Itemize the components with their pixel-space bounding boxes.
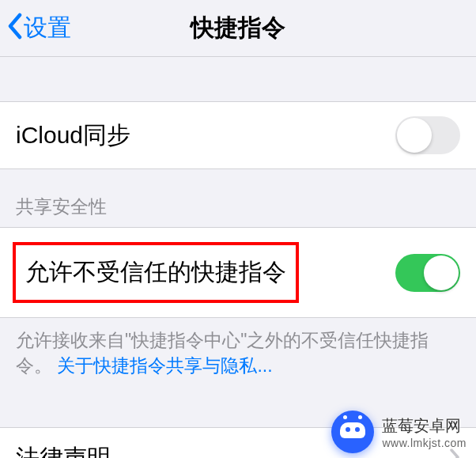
allow-untrusted-toggle[interactable] [395, 254, 460, 292]
watermark-url: www.lmkjst.com [382, 437, 467, 449]
watermark: 蓝莓安卓网 www.lmkjst.com [331, 411, 467, 453]
back-button[interactable]: 设置 [0, 12, 71, 44]
allow-untrusted-row[interactable]: 允许不受信任的快捷指令 [0, 228, 476, 317]
watermark-title: 蓝莓安卓网 [382, 415, 467, 437]
switch-knob [397, 118, 432, 153]
back-label: 设置 [24, 12, 71, 44]
icloud-sync-toggle[interactable] [395, 116, 460, 154]
privacy-link[interactable]: 关于快捷指令共享与隐私... [57, 355, 272, 376]
security-section-header: 共享安全性 [0, 169, 476, 227]
watermark-robot-icon [331, 411, 374, 453]
security-footer: 允许接收来自"快捷指令中心"之外的不受信任快捷指令。 关于快捷指令共享与隐私..… [0, 318, 476, 389]
switch-knob [424, 255, 459, 290]
chevron-left-icon [6, 13, 22, 44]
icloud-section: iCloud同步 [0, 101, 476, 169]
security-section: 允许不受信任的快捷指令 [0, 227, 476, 318]
icloud-sync-row[interactable]: iCloud同步 [0, 102, 476, 168]
page-title: 快捷指令 [191, 12, 285, 44]
watermark-text: 蓝莓安卓网 www.lmkjst.com [382, 415, 467, 449]
legal-label: 法律声明 [16, 442, 111, 458]
icloud-sync-label: iCloud同步 [16, 119, 130, 152]
highlight-annotation: 允许不受信任的快捷指令 [13, 242, 299, 303]
allow-untrusted-label: 允许不受信任的快捷指令 [25, 259, 286, 285]
spacer [0, 57, 476, 101]
nav-header: 设置 快捷指令 [0, 0, 476, 57]
